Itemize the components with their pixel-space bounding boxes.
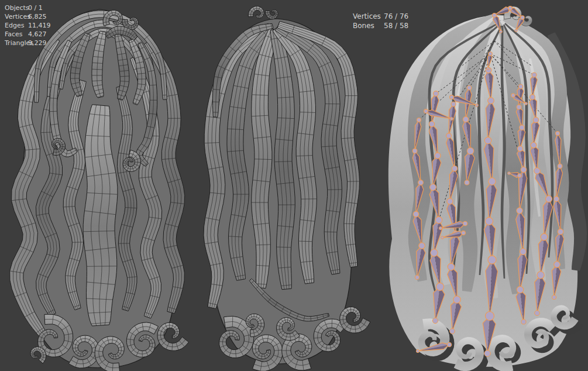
stat-triangles-value: 9,229: [28, 39, 47, 47]
stat-objects-label: Objects: [5, 4, 28, 12]
stat-armature-vertices-value: 76 / 76: [384, 12, 408, 20]
stat-armature-vertices-label: Vertices: [353, 12, 384, 21]
stat-armature-bones-label: Bones: [353, 21, 384, 30]
stat-vertices: Vertices6,825: [5, 12, 51, 21]
scene-statistics-overlay: Objects0 / 1 Vertices6,825 Edges11,419 F…: [5, 4, 51, 47]
viewport-front-wireframe-hair[interactable]: [10, 9, 189, 371]
stat-faces-label: Faces: [5, 30, 28, 39]
stat-edges: Edges11,419: [5, 21, 51, 30]
viewport-canvas[interactable]: [0, 0, 588, 371]
stat-objects: Objects0 / 1: [5, 4, 51, 12]
stat-triangles: Triangles9,229: [5, 39, 51, 47]
stat-vertices-label: Vertices: [5, 12, 28, 21]
armature-statistics-overlay: Vertices76 / 76 Bones58 / 58: [353, 12, 408, 30]
stat-edges-value: 11,419: [28, 22, 51, 29]
stat-faces-value: 4,627: [28, 30, 47, 38]
stat-faces: Faces4,627: [5, 30, 51, 39]
viewport-back-wireframe-hair[interactable]: [204, 6, 370, 371]
stat-vertices-value: 6,825: [28, 13, 47, 20]
stat-triangles-label: Triangles: [5, 39, 28, 47]
blender-viewport-composite: Objects0 / 1 Vertices6,825 Edges11,419 F…: [0, 0, 588, 371]
stat-armature-vertices: Vertices76 / 76: [353, 12, 408, 21]
stat-objects-value: 0 / 1: [28, 4, 43, 12]
stat-armature-bones: Bones58 / 58: [353, 21, 408, 30]
stat-edges-label: Edges: [5, 21, 28, 30]
stat-armature-bones-value: 58 / 58: [384, 22, 408, 30]
